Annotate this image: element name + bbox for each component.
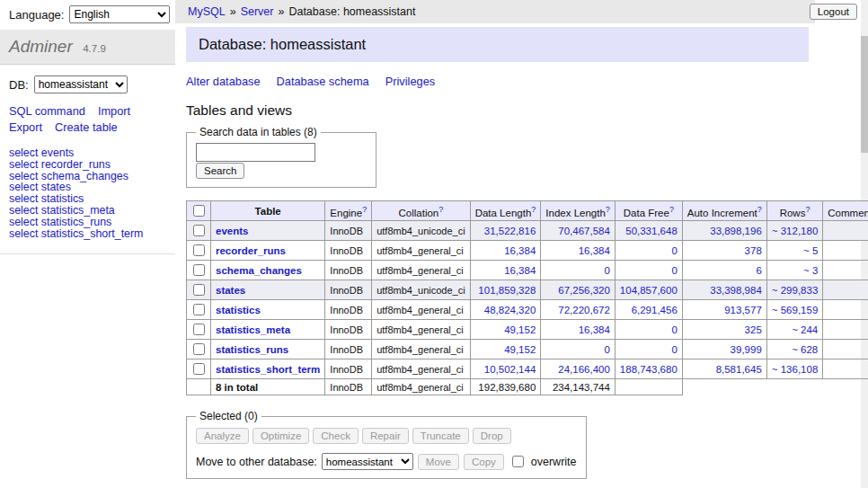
total-engine: InnoDB <box>325 379 372 395</box>
row-checkbox[interactable] <box>193 225 205 236</box>
help-link[interactable]: ? <box>606 205 610 214</box>
help-link[interactable]: ? <box>669 205 674 214</box>
rows-count-link[interactable]: ~ 3 <box>803 265 818 276</box>
sidebar-table-link[interactable]: select recorder_runs <box>9 159 166 171</box>
auto-increment-link[interactable]: 33,398,984 <box>710 285 762 296</box>
language-select[interactable]: English <box>69 5 170 23</box>
scrollbar-thumb[interactable] <box>861 36 868 153</box>
breadcrumb-link-server[interactable]: Server <box>241 5 274 18</box>
sidebar-table-link[interactable]: select events <box>9 147 166 159</box>
database-action-link[interactable]: Database schema <box>277 75 369 88</box>
table-name-link[interactable]: statistics_runs <box>216 344 288 355</box>
collation-cell: utf8mb4_general_ci <box>372 261 470 280</box>
help-link[interactable]: ? <box>531 205 536 214</box>
selected-action-button[interactable]: Drop <box>473 428 511 444</box>
row-checkbox[interactable] <box>193 343 205 355</box>
logout-button[interactable]: Logout <box>810 4 857 20</box>
help-link[interactable]: ? <box>805 205 810 214</box>
selected-action-button[interactable]: Optimize <box>252 428 309 444</box>
row-checkbox[interactable] <box>193 284 205 296</box>
data-free-link[interactable]: 6,291,456 <box>632 305 678 315</box>
rows-count-link[interactable]: ~ 136,108 <box>772 364 818 375</box>
auto-increment-link[interactable]: 8,581,645 <box>716 364 762 375</box>
sidebar-action-link[interactable]: SQL command <box>9 104 85 118</box>
move-db-select[interactable]: homeassistant <box>322 453 413 470</box>
row-checkbox[interactable] <box>193 264 205 276</box>
selected-action-button[interactable]: Analyze <box>196 428 249 444</box>
data-length-link[interactable]: 16,384 <box>504 265 536 276</box>
rows-count-link[interactable]: ~ 299,833 <box>772 285 818 296</box>
index-length-link[interactable]: 24,166,400 <box>558 364 610 375</box>
auto-increment-link[interactable]: 33,898,196 <box>710 226 762 236</box>
overwrite-checkbox[interactable] <box>512 456 524 467</box>
database-action-link[interactable]: Alter database <box>186 75 261 88</box>
index-length-link[interactable]: 16,384 <box>579 245 610 256</box>
index-length-link[interactable]: 16,384 <box>579 324 610 335</box>
data-free-link[interactable]: 0 <box>671 245 677 256</box>
table-name-link[interactable]: schema_changes <box>216 265 302 276</box>
auto-increment-link[interactable]: 913,577 <box>724 305 762 315</box>
rows-count-link[interactable]: ~ 5 <box>803 245 818 256</box>
search-button[interactable]: Search <box>196 163 244 179</box>
table-name-link[interactable]: statistics <box>216 305 261 315</box>
table-name-link[interactable]: events <box>216 226 248 236</box>
row-checkbox[interactable] <box>193 324 205 335</box>
data-length-link[interactable]: 101,859,328 <box>478 285 536 296</box>
table-name-link[interactable]: statistics_meta <box>216 324 290 335</box>
table-name-link[interactable]: recorder_runs <box>216 245 286 256</box>
data-length-link[interactable]: 31,522,816 <box>484 226 536 236</box>
data-free-link[interactable]: 0 <box>671 324 677 335</box>
help-link[interactable]: ? <box>757 205 762 214</box>
index-length-link[interactable]: 0 <box>604 344 609 355</box>
data-free-link[interactable]: 104,857,600 <box>620 285 678 296</box>
sidebar-action-link[interactable]: Import <box>98 104 130 118</box>
data-free-link[interactable]: 0 <box>671 344 677 355</box>
row-checkbox[interactable] <box>193 304 205 315</box>
sidebar-action-link[interactable]: Create table <box>55 120 118 134</box>
index-length-link[interactable]: 67,256,320 <box>558 285 610 296</box>
auto-increment-link[interactable]: 6 <box>756 265 761 276</box>
help-link[interactable]: ? <box>438 205 443 214</box>
auto-increment-link[interactable]: 39,999 <box>731 344 762 355</box>
rows-count-link[interactable]: ~ 312,180 <box>772 226 818 236</box>
rows-count-link[interactable]: ~ 628 <box>792 344 818 355</box>
index-length-link[interactable]: 0 <box>604 265 609 276</box>
help-link[interactable]: ? <box>362 205 367 214</box>
selected-action-button[interactable]: Repair <box>362 428 409 444</box>
data-length-link[interactable]: 16,384 <box>504 245 536 256</box>
index-length-link[interactable]: 72,220,672 <box>558 305 610 315</box>
sidebar-table-link[interactable]: select statistics_runs <box>9 217 166 228</box>
collation-cell: utf8mb4_general_ci <box>372 300 470 320</box>
tables-heading: Tables and views <box>186 102 815 119</box>
data-free-link[interactable]: 50,331,648 <box>625 226 678 236</box>
data-length-link[interactable]: 48,824,320 <box>484 305 536 315</box>
move-button[interactable]: Move <box>418 454 459 470</box>
sidebar-table-link[interactable]: select statistics_short_term <box>9 228 166 240</box>
auto-increment-link[interactable]: 325 <box>745 324 762 335</box>
table-name-link[interactable]: states <box>216 285 245 296</box>
select-all-checkbox[interactable] <box>193 205 205 217</box>
table-name-link[interactable]: statistics_short_term <box>216 364 320 375</box>
row-checkbox[interactable] <box>193 244 205 256</box>
data-free-link[interactable]: 188,743,680 <box>620 364 678 375</box>
data-length-link[interactable]: 10,502,144 <box>484 364 536 375</box>
main-content: Database: homeassistant Alter databaseDa… <box>186 27 815 488</box>
copy-button[interactable]: Copy <box>464 454 504 470</box>
auto-increment-link[interactable]: 378 <box>745 245 762 256</box>
db-select[interactable]: homeassistant <box>34 75 128 93</box>
rows-count-link[interactable]: ~ 569,159 <box>772 305 818 315</box>
database-action-link[interactable]: Privileges <box>385 75 435 88</box>
breadcrumb-link-mysql[interactable]: MySQL <box>188 5 226 18</box>
data-length-link[interactable]: 49,152 <box>504 344 536 355</box>
sidebar-table-link[interactable]: select statistics_meta <box>9 205 166 217</box>
selected-action-button[interactable]: Check <box>313 428 359 444</box>
selected-action-button[interactable]: Truncate <box>412 428 469 444</box>
row-checkbox[interactable] <box>193 363 205 375</box>
comment-cell <box>823 300 868 320</box>
rows-count-link[interactable]: ~ 244 <box>792 324 818 335</box>
data-free-link[interactable]: 0 <box>671 265 677 276</box>
index-length-link[interactable]: 70,467,584 <box>558 226 610 236</box>
data-length-link[interactable]: 49,152 <box>504 324 536 335</box>
sidebar-action-link[interactable]: Export <box>9 120 42 134</box>
search-input[interactable] <box>196 143 315 162</box>
